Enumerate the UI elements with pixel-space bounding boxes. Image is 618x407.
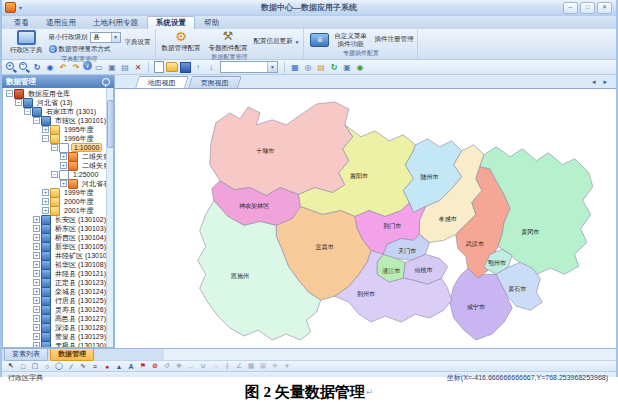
move-down-icon[interactable]: ↓	[205, 61, 217, 73]
expand-icon[interactable]: +	[33, 261, 40, 268]
admin-dict-button[interactable]: 行政区字典	[8, 30, 45, 55]
collapse-icon[interactable]: −	[6, 90, 13, 97]
expand-icon[interactable]: +	[33, 279, 40, 286]
flag-icon[interactable]: ⚑	[138, 362, 148, 371]
expand-icon[interactable]: +	[33, 342, 40, 347]
expand-icon[interactable]: +	[42, 126, 49, 133]
full-extent-icon[interactable]: ◉	[44, 61, 56, 73]
save-map-icon[interactable]	[179, 61, 191, 73]
panel-tab-要素列表[interactable]: 要素列表	[4, 349, 48, 361]
point-icon[interactable]: ●	[102, 362, 112, 371]
tree-item[interactable]: +无极县 (130130)	[3, 341, 106, 347]
new-map-icon[interactable]	[153, 61, 165, 73]
map-region-十堰市[interactable]	[210, 102, 353, 196]
roundrect-icon[interactable]: ▢	[30, 362, 40, 371]
curve-icon[interactable]: ≈	[90, 362, 100, 371]
expand-icon[interactable]: +	[60, 180, 67, 187]
expand-icon[interactable]: +	[33, 297, 40, 304]
collapse-icon[interactable]: −	[51, 144, 58, 151]
expand-icon[interactable]: +	[33, 225, 40, 232]
expand-icon[interactable]: +	[42, 189, 49, 196]
collapse-icon[interactable]: −	[51, 171, 58, 178]
expand-icon[interactable]: +	[33, 324, 40, 331]
select-icon[interactable]: ↖	[6, 362, 16, 371]
scale-combo[interactable]: ▼	[220, 61, 278, 73]
tree-scrollbar[interactable]	[106, 88, 113, 347]
min-level-combo[interactable]: 县 ▼	[90, 32, 121, 43]
layers-icon[interactable]: ▤	[315, 61, 327, 73]
prev-view-icon[interactable]: ↶	[57, 61, 69, 73]
expand-icon[interactable]: +	[42, 207, 49, 214]
expand-icon[interactable]: +	[33, 243, 40, 250]
chevron-down-icon[interactable]: ▼	[267, 62, 277, 72]
window-icon[interactable]: ▣	[341, 61, 353, 73]
text-icon[interactable]: A	[126, 362, 136, 371]
plugin-register-button[interactable]: 插件注册管理	[374, 35, 413, 44]
circle-icon[interactable]: ○	[42, 362, 52, 371]
line-icon[interactable]: ∕	[66, 362, 76, 371]
refresh-map-icon[interactable]: ↻	[31, 61, 43, 73]
update-info-button[interactable]: 配置信息更新 ▼	[254, 37, 300, 46]
select-window-icon[interactable]: ▭	[93, 61, 105, 73]
next-view-icon[interactable]: ↷	[70, 61, 82, 73]
thematic-config-button[interactable]: ⚒ 专题图件配置	[207, 30, 250, 53]
close-button[interactable]: ✕	[597, 2, 612, 14]
tab-scroll-arrows-icon[interactable]: ◂ ▸	[592, 78, 610, 86]
polyline-icon[interactable]: ∿	[78, 362, 88, 371]
tree-item[interactable]: −1996年度	[3, 134, 106, 143]
expand-icon[interactable]: +	[33, 252, 40, 259]
view-tab-页面视图[interactable]: 页面视图	[188, 76, 242, 88]
query-icon[interactable]: ◎	[302, 61, 314, 73]
display-mode-button[interactable]: Q 数据管理显示方式	[49, 45, 121, 54]
ribbon-tab-土地利用专题[interactable]: 土地利用专题	[85, 17, 146, 29]
layout-window-icon[interactable]: ▤	[119, 61, 131, 73]
ribbon-tab-通用应用[interactable]: 通用应用	[38, 17, 84, 29]
expand-icon[interactable]: +	[60, 162, 67, 169]
view-tab-地图视图[interactable]: 地图视图	[135, 76, 189, 88]
status-coordinates: 坐标(X=-416.666666666667,Y=768.25396825396…	[447, 373, 616, 383]
globe-icon[interactable]: ◉	[354, 61, 366, 73]
zoom-in-icon[interactable]: +	[5, 61, 17, 73]
expand-icon[interactable]: +	[33, 270, 40, 277]
tree-item[interactable]: +二维矢量图要素	[3, 161, 106, 170]
refresh-data-icon[interactable]: ↻	[328, 61, 340, 73]
ribbon-tab-系统设置[interactable]: 系统设置	[147, 16, 195, 29]
expand-icon[interactable]: +	[60, 153, 67, 160]
minimize-button[interactable]: ─	[563, 2, 578, 14]
expand-icon[interactable]: +	[33, 333, 40, 340]
expand-icon[interactable]: +	[33, 216, 40, 223]
custom-menu-button[interactable]: ≣ 自定义菜单插件功能	[308, 32, 370, 47]
open-map-icon[interactable]	[166, 61, 178, 73]
pin-icon[interactable]	[102, 78, 110, 86]
map-region-label: 鄂州市	[488, 259, 506, 267]
expand-icon[interactable]: +	[42, 198, 49, 205]
folder-icon	[50, 134, 60, 144]
collapse-icon[interactable]: −	[15, 99, 22, 106]
map-canvas[interactable]: 十堰市神农架林区襄阳市随州市孝感市武汉市黄冈市鄂州市黄石市咸宁市荆门市天门市潜江…	[115, 88, 616, 348]
info-icon[interactable]: i	[83, 61, 92, 70]
ellipse-icon[interactable]: ◯	[54, 362, 64, 371]
move-up-icon[interactable]: ↑	[192, 61, 204, 73]
expand-icon[interactable]: +	[33, 306, 40, 313]
panel-tab-数据管理[interactable]: 数据管理	[50, 349, 94, 361]
expand-icon[interactable]: +	[33, 234, 40, 241]
rect-icon[interactable]: □	[18, 362, 28, 371]
ribbon-tab-查看[interactable]: 查看	[6, 17, 37, 29]
datasource-icon[interactable]: ▦	[289, 61, 301, 73]
scrollbar-thumb[interactable]	[107, 100, 114, 148]
forbid-icon[interactable]: ⊘	[150, 362, 160, 371]
collapse-icon[interactable]: −	[33, 117, 40, 124]
collapse-icon[interactable]: −	[42, 135, 49, 142]
zoom-out-icon[interactable]: −	[18, 61, 30, 73]
dict-settings-button[interactable]: 字典设置	[125, 38, 151, 47]
chevron-down-icon[interactable]: ▼	[111, 33, 120, 42]
map-window-icon[interactable]: ▣	[106, 61, 118, 73]
close-view-icon[interactable]: ✕	[132, 61, 144, 73]
restore-button[interactable]: □	[580, 2, 595, 14]
triangle-icon[interactable]: ▲	[114, 362, 124, 371]
collapse-icon[interactable]: −	[24, 108, 31, 115]
expand-icon[interactable]: +	[33, 288, 40, 295]
data-config-button[interactable]: ⚙ 数据管理配置	[160, 30, 203, 53]
expand-icon[interactable]: +	[33, 315, 40, 322]
ribbon-tab-帮助[interactable]: 帮助	[196, 17, 227, 29]
